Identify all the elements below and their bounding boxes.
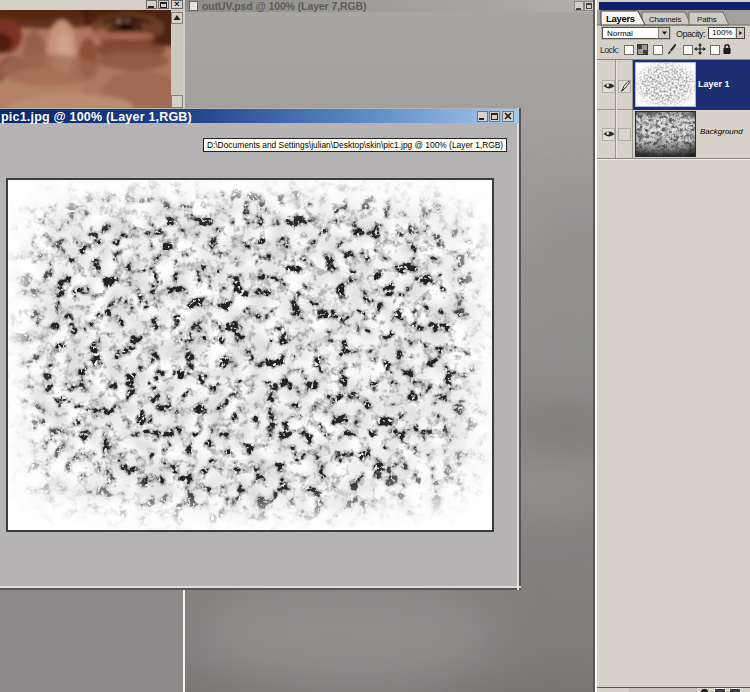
svg-text:Layers: Layers bbox=[606, 13, 635, 24]
svg-text:Paths: Paths bbox=[697, 15, 717, 24]
svg-text:Channels: Channels bbox=[649, 15, 681, 24]
